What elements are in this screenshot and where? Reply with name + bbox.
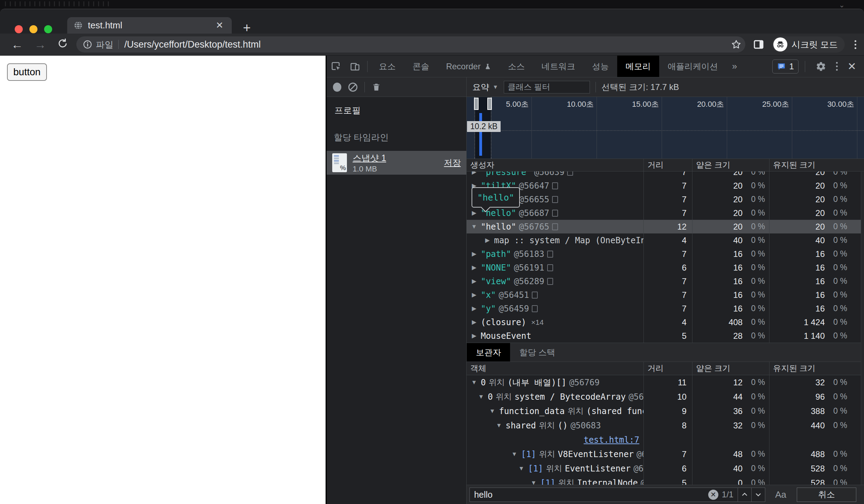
clear-search-icon[interactable]: ✕ xyxy=(708,490,718,500)
back-icon[interactable]: ← xyxy=(6,38,29,51)
table-row[interactable]: ▶"y"@564597160 %160 % xyxy=(467,302,864,315)
table-row[interactable]: ▼[1]위치InternalNode@6500 %5280 % xyxy=(467,476,864,485)
window-maximize-button[interactable] xyxy=(44,25,52,33)
table-row[interactable]: test.html:7 xyxy=(467,433,864,447)
search-input[interactable]: hello ✕ 1/1 xyxy=(469,488,765,502)
expand-arrow-icon[interactable]: ▼ xyxy=(488,408,496,415)
collapse-arrow-icon[interactable]: ▶ xyxy=(470,250,478,258)
devtools-tab-성능[interactable]: 성능 xyxy=(584,56,617,77)
class-filter-input[interactable] xyxy=(504,81,590,93)
expand-arrow-icon[interactable]: ▼ xyxy=(517,465,525,472)
side-panel-icon[interactable] xyxy=(753,39,764,50)
table-row[interactable]: ▶map :: system / Map (OneByteInte4400 %4… xyxy=(467,233,864,247)
reveal-icon[interactable] xyxy=(547,264,553,271)
previous-match-button[interactable] xyxy=(738,488,751,502)
expand-arrow-icon[interactable]: ▼ xyxy=(477,393,485,400)
devtools-menu-icon[interactable] xyxy=(834,62,840,71)
settings-gear-icon[interactable] xyxy=(811,61,830,72)
expand-arrow-icon[interactable]: ▼ xyxy=(510,451,518,458)
reveal-icon[interactable] xyxy=(552,210,558,217)
table-row[interactable]: ▶(closure)×1444080 %1 4240 % xyxy=(467,315,864,329)
snapshot-name[interactable]: 스냅샷 1 xyxy=(353,152,444,164)
record-icon[interactable] xyxy=(333,83,341,92)
collapse-arrow-icon[interactable]: ▶ xyxy=(483,237,491,244)
column-distance[interactable]: 거리 xyxy=(643,159,692,171)
source-link[interactable]: test.html:7 xyxy=(584,435,639,445)
match-case-toggle[interactable]: Aa xyxy=(775,489,786,500)
table-row[interactable]: ▶MouseEvent5280 %1 1400 % xyxy=(467,329,864,343)
retainers-grid-header[interactable]: 객체 거리 얕은 크기 유지된 크기 xyxy=(467,362,864,375)
expand-arrow-icon[interactable]: ▼ xyxy=(530,479,537,485)
table-row[interactable]: ▶"path"@561837160 %160 % xyxy=(467,247,864,261)
table-row[interactable]: ▼[1]위치EventListener@6536400 %5280 % xyxy=(467,461,864,476)
collapse-arrow-icon[interactable]: ▶ xyxy=(470,291,478,299)
selection-handle-right[interactable] xyxy=(487,98,492,110)
column-constructor[interactable]: 생성자 xyxy=(467,159,643,171)
table-row[interactable]: ▶"hello"@566877200 %200 % xyxy=(467,206,864,220)
forward-icon[interactable]: → xyxy=(29,38,52,51)
devtools-tab-요소[interactable]: 요소 xyxy=(370,56,404,77)
collapse-arrow-icon[interactable]: ▶ xyxy=(470,172,478,176)
devtools-close-icon[interactable]: ✕ xyxy=(843,60,860,72)
expand-arrow-icon[interactable]: ▼ xyxy=(470,379,478,386)
search-query[interactable]: hello xyxy=(474,490,708,500)
expand-arrow-icon[interactable]: ▼ xyxy=(495,422,503,429)
selection-handle-left[interactable] xyxy=(474,98,479,110)
collapse-arrow-icon[interactable]: ▶ xyxy=(470,318,478,326)
collapse-arrow-icon[interactable]: ▶ xyxy=(470,209,478,217)
column-object[interactable]: 객체 xyxy=(467,362,643,375)
view-mode-select[interactable]: 요약 ▼ xyxy=(472,82,498,93)
table-row[interactable]: ▼0위치(내부 배열)[]@5676911120 %320 % xyxy=(467,375,864,390)
allocation-timeline-category[interactable]: 할당 타임라인 xyxy=(327,132,466,143)
table-row[interactable]: ▶"view"@562897160 %160 % xyxy=(467,274,864,288)
reveal-icon[interactable] xyxy=(532,305,538,312)
browser-tab[interactable]: test.html ✕ xyxy=(67,17,232,34)
column-retained-size[interactable]: 유지된 크기 xyxy=(769,159,864,171)
devtools-tab-Recorder[interactable]: Recorder xyxy=(438,56,500,77)
window-minimize-button[interactable] xyxy=(29,25,37,33)
window-close-button[interactable] xyxy=(15,25,23,33)
new-tab-button[interactable]: + xyxy=(243,20,251,35)
device-toolbar-icon[interactable] xyxy=(346,56,364,77)
devtools-tab-소스[interactable]: 소스 xyxy=(500,56,533,77)
column-shallow-size[interactable]: 얕은 크기 xyxy=(692,362,769,375)
reveal-icon[interactable] xyxy=(547,251,553,258)
clear-all-icon[interactable] xyxy=(348,83,357,92)
constructor-grid-header[interactable]: 생성자 거리 얕은 크기 유지된 크기 xyxy=(467,159,864,172)
expand-arrow-icon[interactable]: ▼ xyxy=(470,223,478,230)
reveal-icon[interactable] xyxy=(547,278,553,285)
table-row[interactable]: ▼shared위치()@506838320 %4400 % xyxy=(467,418,864,433)
devtools-tab-메모리[interactable]: 메모리 xyxy=(617,56,659,77)
table-row[interactable]: ▶"NONE"@561916160 %160 % xyxy=(467,261,864,274)
collapse-arrow-icon[interactable]: ▶ xyxy=(470,332,478,340)
column-distance[interactable]: 거리 xyxy=(643,362,692,375)
column-shallow-size[interactable]: 얕은 크기 xyxy=(692,159,769,171)
collapse-arrow-icon[interactable]: ▶ xyxy=(470,264,478,271)
table-row[interactable]: ▶"pressure"@566397200 %200 % xyxy=(467,172,864,179)
url-text[interactable]: /Users/yceffort/Desktop/test.html xyxy=(124,39,731,50)
table-row[interactable]: ▼function_data위치(shared functio9360 %388… xyxy=(467,404,864,418)
table-row[interactable]: ▼[1]위치V8EventListener@6537480 %4880 % xyxy=(467,447,864,461)
bookmark-star-icon[interactable] xyxy=(731,39,742,50)
table-row[interactable]: ▼"hello"@5676512200 %200 % xyxy=(467,220,864,233)
browser-menu-icon[interactable] xyxy=(852,40,858,49)
reveal-icon[interactable] xyxy=(532,292,538,299)
tab-allocation-stack[interactable]: 할당 스택 xyxy=(510,343,564,362)
issues-counter[interactable]: 1 xyxy=(772,59,799,74)
scrollbar[interactable] xyxy=(861,172,864,485)
allocation-timeline[interactable]: 5.00초10.00초15.00초20.00초25.00초30.00초 10.2… xyxy=(467,97,864,159)
devtools-tab-애플리케이션[interactable]: 애플리케이션 xyxy=(659,56,726,77)
devtools-tab-네트워크[interactable]: 네트워크 xyxy=(533,56,584,77)
reveal-icon[interactable] xyxy=(552,196,558,203)
page-button[interactable]: button xyxy=(7,63,47,81)
table-row[interactable]: ▶"tiltY"@566557200 %200 % xyxy=(467,192,864,206)
reveal-icon[interactable] xyxy=(552,182,558,189)
devtools-tab-콘솔[interactable]: 콘솔 xyxy=(404,56,438,77)
cancel-search-button[interactable]: 취소 xyxy=(797,488,856,502)
reload-icon[interactable] xyxy=(52,38,74,51)
trash-icon[interactable] xyxy=(372,82,381,92)
next-match-button[interactable] xyxy=(752,488,765,502)
address-bar[interactable]: 파일 /Users/yceffort/Desktop/test.html xyxy=(76,36,745,52)
reveal-icon[interactable] xyxy=(552,223,558,230)
save-snapshot-link[interactable]: 저장 xyxy=(444,157,461,168)
